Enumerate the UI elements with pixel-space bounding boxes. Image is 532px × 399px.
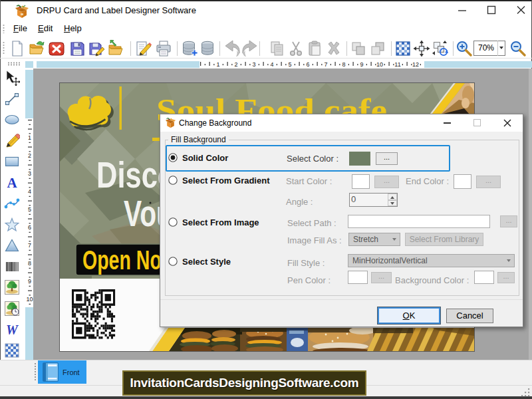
svg-text:1: 1	[216, 61, 219, 68]
svg-text:7: 7	[324, 61, 327, 68]
svg-text:8: 8	[342, 61, 345, 68]
svg-text:4: 4	[270, 61, 273, 68]
svg-text:12: 12	[412, 61, 419, 68]
svg-text:2: 2	[28, 152, 31, 159]
svg-text:3: 3	[252, 61, 255, 68]
svg-text:2: 2	[234, 61, 237, 68]
svg-text:10: 10	[26, 296, 33, 303]
svg-text:9: 9	[360, 61, 363, 68]
svg-text:9: 9	[28, 278, 31, 285]
svg-text:11: 11	[394, 61, 400, 68]
svg-text:4: 4	[28, 188, 31, 195]
svg-text:3: 3	[28, 170, 31, 177]
svg-text:8: 8	[28, 260, 31, 267]
svg-text:10: 10	[376, 61, 383, 68]
svg-text:5: 5	[288, 61, 291, 68]
svg-text:5: 5	[28, 206, 31, 213]
svg-text:7: 7	[28, 242, 31, 249]
svg-text:6: 6	[28, 224, 31, 231]
svg-text:1: 1	[28, 134, 31, 141]
svg-text:W: W	[6, 323, 19, 337]
svg-text:A: A	[7, 175, 17, 191]
svg-text:6: 6	[306, 61, 309, 68]
